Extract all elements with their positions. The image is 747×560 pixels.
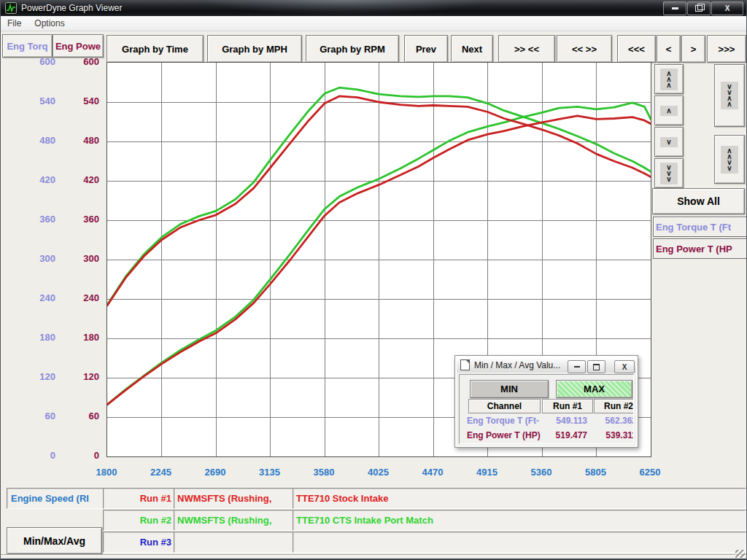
channel-button-torque[interactable]: Eng Torq	[2, 34, 53, 58]
legend-power-channel[interactable]: Eng Power T (HP	[653, 238, 747, 259]
chevron-diverge-icon: ∧∧∨∨	[721, 146, 738, 174]
x-tick-rpm: 1800	[80, 467, 133, 478]
x-channel-label[interactable]: Engine Speed (RI	[7, 488, 107, 509]
minmax-row-run1-value: 549.113	[542, 416, 587, 427]
pan-right-button[interactable]: >	[681, 35, 705, 63]
x-tick-rpm: 4915	[460, 467, 514, 478]
y-tick-torque: 240	[1, 292, 55, 304]
scroll-down-fast-button[interactable]: ∨∨∨	[654, 158, 684, 188]
pan-left-button[interactable]: <	[657, 35, 681, 63]
y-tick-power: 480	[59, 135, 99, 147]
compress-scale-button[interactable]: ∨∨∧∧	[714, 64, 745, 127]
resize-grip[interactable]	[735, 550, 745, 558]
minimize-icon	[574, 366, 580, 368]
chevron-up-icon: ∧	[660, 106, 678, 116]
expand-scale-button[interactable]: ∧∧∨∨	[714, 135, 745, 184]
graph-by-mph-button[interactable]: Graph by MPH	[207, 35, 302, 63]
column-header-channel: Channel	[468, 399, 541, 413]
run1-label: Run #1	[103, 488, 177, 509]
y-tick-torque: 420	[1, 174, 55, 186]
minmax-minimize-button[interactable]	[568, 360, 586, 373]
x-tick-rpm: 5360	[514, 467, 568, 478]
column-header-run2: Run #2	[594, 399, 634, 413]
y-tick-torque: 180	[1, 332, 55, 343]
x-tick-rpm: 3135	[243, 467, 297, 478]
next-button[interactable]: Next	[451, 35, 493, 63]
run2-dyno-field[interactable]: NWMSFTS (Rushing,	[174, 510, 293, 531]
y-tick-torque: 300	[1, 253, 55, 265]
restore-icon	[593, 364, 600, 370]
x-tick-rpm: 4025	[352, 467, 406, 478]
chevron-up-triple-icon: ∧∧∧	[660, 69, 678, 90]
run1-description-field[interactable]: TTE710 Stock Intake	[293, 488, 746, 509]
x-tick-rpm: 5805	[569, 467, 623, 478]
minmax-panel: MIN MAX Channel Run #1 Run #2 Eng Torque…	[459, 374, 634, 444]
min-toggle-button[interactable]: MIN	[470, 380, 549, 398]
max-toggle-button[interactable]: MAX	[556, 380, 632, 398]
prev-button[interactable]: Prev	[404, 35, 448, 63]
graph-by-time-button[interactable]: Graph by Time	[107, 35, 204, 63]
zoom-in-x-button[interactable]: >> <<	[498, 35, 555, 63]
run2-description-field[interactable]: TTE710 CTS Intake Port Match	[293, 510, 746, 531]
status-bar	[1, 554, 746, 555]
scroll-up-button[interactable]: ∧	[654, 96, 684, 125]
pan-right-fast-button[interactable]: >>>	[707, 35, 746, 63]
minmaxavg-button[interactable]: Min/Max/Avg	[7, 527, 102, 554]
minmax-row-run1-value: 519.477	[542, 430, 587, 441]
legend-torque-channel[interactable]: Eng Torque T (Ft	[653, 217, 747, 237]
y-tick-power: 600	[59, 56, 99, 68]
maximize-button[interactable]	[687, 1, 711, 15]
minmax-row-run2-value: 562.362	[592, 416, 634, 427]
x-tick-rpm: 4470	[406, 467, 460, 478]
x-tick-rpm: 3580	[297, 467, 351, 478]
minmax-row-channel: Eng Torque T (Ft-	[467, 416, 543, 427]
minmax-row-channel: Eng Power T (HP)	[467, 430, 551, 441]
y-tick-power: 180	[59, 332, 99, 343]
y-tick-power: 60	[59, 411, 99, 422]
minmax-restore-button[interactable]	[587, 360, 605, 373]
minmax-window[interactable]: Min / Max / Avg Valu... X MIN MAX Channe…	[454, 355, 638, 448]
chevron-down-triple-icon: ∨∨∨	[660, 163, 678, 184]
minimize-button[interactable]	[663, 1, 686, 15]
pan-left-fast-button[interactable]: <<<	[617, 35, 656, 63]
minmax-close-button[interactable]: X	[614, 360, 635, 373]
powerdyne-window: PowerDyne Graph Viewer X File Options En…	[0, 0, 747, 560]
window-title: PowerDyne Graph Viewer	[21, 3, 123, 13]
y-tick-torque: 0	[1, 450, 55, 462]
close-icon: X	[725, 4, 730, 12]
title-bar[interactable]: PowerDyne Graph Viewer X	[1, 0, 746, 16]
app-icon	[5, 2, 17, 14]
run2-label: Run #2	[103, 510, 177, 531]
run1-dyno-field[interactable]: NWMSFTS (Rushing,	[174, 488, 293, 509]
y-tick-power: 420	[59, 174, 99, 186]
y-tick-torque: 120	[1, 371, 55, 383]
scroll-down-button[interactable]: ∨	[654, 127, 684, 157]
graph-by-rpm-button[interactable]: Graph by RPM	[306, 35, 399, 63]
channel-button-power[interactable]: Eng Powe	[53, 34, 104, 58]
chevron-down-icon: ∨	[660, 137, 678, 147]
minmax-row-run2-value: 539.311	[592, 430, 634, 441]
zoom-out-x-button[interactable]: << >>	[557, 35, 612, 63]
minmax-titlebar[interactable]: Min / Max / Avg Valu... X	[457, 357, 636, 373]
menu-file[interactable]: File	[1, 17, 28, 30]
y-tick-torque: 600	[1, 56, 55, 68]
run3-dyno-field[interactable]	[174, 532, 293, 553]
run3-description-field[interactable]	[293, 532, 746, 553]
x-tick-rpm: 6250	[623, 467, 677, 478]
menu-options[interactable]: Options	[28, 17, 71, 30]
y-tick-torque: 360	[1, 214, 55, 225]
chevron-converge-icon: ∨∨∧∧	[721, 82, 738, 109]
y-tick-power: 240	[59, 292, 99, 304]
x-tick-rpm: 2245	[134, 467, 188, 478]
restore-icon	[695, 5, 703, 12]
titlebar-gloss	[190, 0, 497, 16]
y-tick-power: 540	[59, 96, 99, 107]
y-tick-torque: 480	[1, 135, 55, 147]
scroll-up-fast-button[interactable]: ∧∧∧	[654, 64, 684, 94]
close-icon: X	[622, 363, 627, 371]
y-tick-torque: 540	[1, 96, 55, 107]
y-tick-torque: 60	[1, 411, 55, 422]
close-button[interactable]: X	[711, 1, 743, 15]
show-all-button[interactable]: Show All	[652, 188, 745, 214]
document-icon	[460, 359, 470, 370]
